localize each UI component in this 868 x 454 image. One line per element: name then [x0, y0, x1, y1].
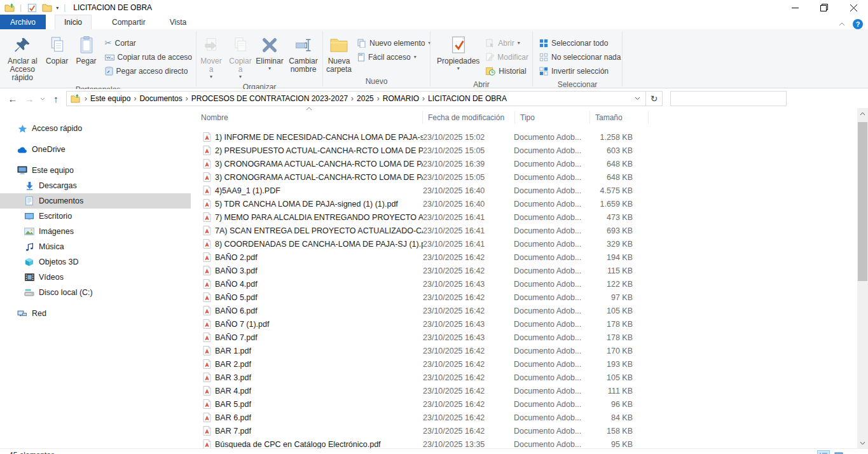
properties-icon [450, 34, 467, 56]
select-none-button[interactable]: No seleccionar nada [539, 50, 621, 64]
sidebar-item-documentos[interactable]: Documentos [0, 193, 191, 209]
minimize-button[interactable] [780, 0, 809, 15]
file-row[interactable]: BAR 5.pdf23/10/2025 16:42Documento Adob.… [194, 397, 858, 411]
paste-shortcut-button[interactable]: Pegar acceso directo [105, 64, 192, 78]
copy-to-button[interactable]: Copiar a ▾ [226, 32, 255, 81]
file-row[interactable]: BAÑO 7.pdf23/10/2025 16:43Documento Adob… [194, 331, 858, 344]
file-row[interactable]: 1) INFORME DE NECESIDAD-CANCHA LOMA DE P… [194, 130, 858, 144]
copy-path-button[interactable]: Copiar ruta de acceso [105, 50, 192, 64]
file-row[interactable]: BAR 4.pdf23/10/2025 16:42Documento Adob.… [194, 384, 858, 397]
file-row[interactable]: 3) CRONOGRAMA ACTUAL-CANCHA-RCTO LOMA DE… [194, 170, 858, 184]
easy-access-button[interactable]: Fácil acceso ▾ [357, 50, 431, 64]
file-date: 23/10/2025 15:05 [423, 173, 514, 182]
tab-vista[interactable]: Vista [161, 15, 195, 29]
sidebar-item-objetos-3d[interactable]: Objetos 3D [0, 254, 191, 270]
file-row[interactable]: BAR 1.pdf23/10/2025 16:42Documento Adob.… [194, 344, 858, 357]
ribbon: Anclar al Acceso rápido Copiar Pegar ✂ C… [0, 30, 868, 88]
sidebar-item-este-equipo[interactable]: Este equipo [0, 163, 191, 178]
sidebar-item-m-sica[interactable]: Música [0, 239, 191, 254]
properties-qat-icon[interactable] [27, 3, 38, 13]
file-row[interactable]: 2) PRESUPUESTO ACTUAL-CANCHA-RCTO LOMA D… [194, 144, 858, 157]
tab-compartir[interactable]: Compartir [103, 15, 155, 29]
file-row[interactable]: BAÑO 5.pdf23/10/2025 16:42Documento Adob… [194, 291, 858, 304]
file-row[interactable]: BAÑO 6.pdf23/10/2025 16:42Documento Adob… [194, 304, 858, 317]
sidebar-item-disco-local-c-[interactable]: Disco local (C:) [0, 285, 191, 300]
breadcrumb-segment[interactable]: Documentos [139, 94, 182, 103]
file-row[interactable]: BAÑO 3.pdf23/10/2025 16:42Documento Adob… [194, 264, 858, 277]
tab-archivo[interactable]: Archivo [0, 15, 46, 29]
edit-button[interactable]: Modificar [486, 50, 528, 64]
dropdown-arrow-icon: ▾ [457, 66, 460, 71]
close-button[interactable] [839, 0, 868, 15]
file-row[interactable]: 4)5AA9_1 (1).PDF23/10/2025 16:40Document… [194, 184, 858, 197]
move-to-button[interactable]: Mover a ▾ [196, 32, 226, 81]
scroll-up-icon[interactable] [857, 108, 868, 119]
column-header-fecha[interactable]: Fecha de modificación [423, 111, 515, 124]
file-row[interactable]: 8) COORDENADAS DE CANCHA-LOMA DE PAJA-SJ… [194, 237, 858, 251]
paste-button[interactable]: Pegar [72, 32, 101, 67]
sidebar-item-red[interactable]: Red [0, 306, 191, 321]
new-item-button[interactable]: Nuevo elemento ▾ [357, 36, 431, 50]
address-bar[interactable]: ›Este equipo›Documentos›PROCESOS DE CONT… [66, 91, 646, 106]
breadcrumb-segment[interactable]: LICITACION DE OBRA [428, 94, 507, 103]
address-dropdown-chevron-icon[interactable] [630, 97, 645, 100]
minimize-ribbon-chevron-icon[interactable] [839, 22, 845, 26]
up-button[interactable]: ↑ [48, 91, 64, 106]
breadcrumb-segment[interactable]: ROMARIO [383, 94, 419, 103]
file-row[interactable]: BAÑO 7 (1).pdf23/10/2025 16:43Documento … [194, 317, 858, 331]
breadcrumb-segment[interactable]: 2025 [357, 94, 374, 103]
recent-locations-chevron-icon[interactable] [38, 91, 47, 106]
file-row[interactable]: BAR 6.pdf23/10/2025 16:42Documento Adob.… [194, 411, 858, 424]
rename-button[interactable]: Cambiar nombre [284, 32, 322, 76]
vertical-scrollbar[interactable] [857, 108, 868, 448]
breadcrumb-segment[interactable]: PROCESOS DE CONTRATACION 2023-2027 [191, 94, 348, 103]
details-view-button[interactable] [817, 450, 830, 454]
delete-button[interactable]: Eliminar ▾ [255, 32, 284, 73]
column-header-tamano[interactable]: Tamaño [590, 111, 649, 124]
file-row[interactable]: BAR 3.pdf23/10/2025 16:42Documento Adob.… [194, 371, 858, 384]
file-row[interactable]: 7A) SCAN ENTREGA DEL PROYECTO ACTUALIZAD… [194, 224, 858, 237]
breadcrumb-chevron-icon: › [130, 94, 139, 103]
help-icon[interactable]: ? [853, 19, 863, 29]
sidebar-item-onedrive[interactable]: OneDrive [0, 142, 191, 157]
back-button[interactable]: ← [5, 91, 20, 106]
large-icons-view-button[interactable] [832, 450, 845, 454]
sidebar-item-escritorio[interactable]: Escritorio [0, 209, 191, 224]
restore-button[interactable] [809, 0, 839, 15]
search-input[interactable] [670, 91, 787, 106]
ribbon-group-portapapeles: Anclar al Acceso rápido Copiar Pegar ✂ C… [0, 30, 196, 88]
open-button[interactable]: Abrir ▾ [486, 36, 528, 50]
properties-button[interactable]: Propiedades ▾ [434, 32, 482, 73]
file-row[interactable]: BAR 7.pdf23/10/2025 16:42Documento Adob.… [194, 424, 858, 437]
new-folder-button[interactable]: Nueva carpeta [324, 32, 354, 76]
cut-button[interactable]: ✂ Cortar [105, 36, 192, 50]
qat-customize-chevron-icon[interactable]: ▾ [56, 5, 59, 11]
file-type: Documento Adob... [514, 347, 585, 355]
refresh-button[interactable]: ↻ [646, 91, 663, 106]
history-button[interactable]: Historial [486, 64, 528, 78]
scrollbar-thumb[interactable] [858, 122, 867, 281]
column-header-tipo[interactable]: Tipo [515, 111, 590, 124]
tab-inicio[interactable]: Inicio [55, 15, 92, 29]
sidebar-item-v-deos[interactable]: Vídeos [0, 270, 191, 285]
sidebar-item-descargas[interactable]: Descargas [0, 178, 191, 193]
file-row[interactable]: BAÑO 4.pdf23/10/2025 16:43Documento Adob… [194, 277, 858, 291]
new-folder-qat-icon[interactable] [41, 3, 52, 13]
file-row[interactable]: BAÑO 2.pdf23/10/2025 16:42Documento Adob… [194, 251, 858, 264]
sidebar-item-im-genes[interactable]: Imágenes [0, 224, 191, 239]
file-row[interactable]: BAR 2.pdf23/10/2025 16:42Documento Adob.… [194, 357, 858, 371]
select-all-button[interactable]: Seleccionar todo [539, 36, 621, 50]
invert-selection-button[interactable]: Invertir selección [539, 64, 621, 78]
file-row[interactable]: 3) CRONOGRAMA ACTUAL-CANCHA-RCTO LOMA DE… [194, 157, 858, 170]
scroll-down-icon[interactable] [857, 437, 868, 448]
file-row[interactable]: 5) TDR CANCHA LOMA DE PAJA-signed (1) (1… [194, 197, 858, 210]
breadcrumb-segment[interactable]: Este equipo [90, 94, 130, 103]
forward-button[interactable]: → [22, 91, 37, 106]
column-header-nombre[interactable]: Nombre [194, 111, 423, 124]
pin-quick-access-button[interactable]: Anclar al Acceso rápido [3, 32, 43, 84]
sidebar-item-acceso-r-pido[interactable]: Acceso rápido [0, 121, 191, 136]
copy-button[interactable]: Copiar [43, 32, 72, 67]
explorer-window-icon[interactable] [4, 3, 15, 13]
file-type: Documento Adob... [514, 360, 585, 369]
file-row[interactable]: 7) MEMO PARA ALCALDIA ENTREGANDO PROYECT… [194, 210, 858, 224]
